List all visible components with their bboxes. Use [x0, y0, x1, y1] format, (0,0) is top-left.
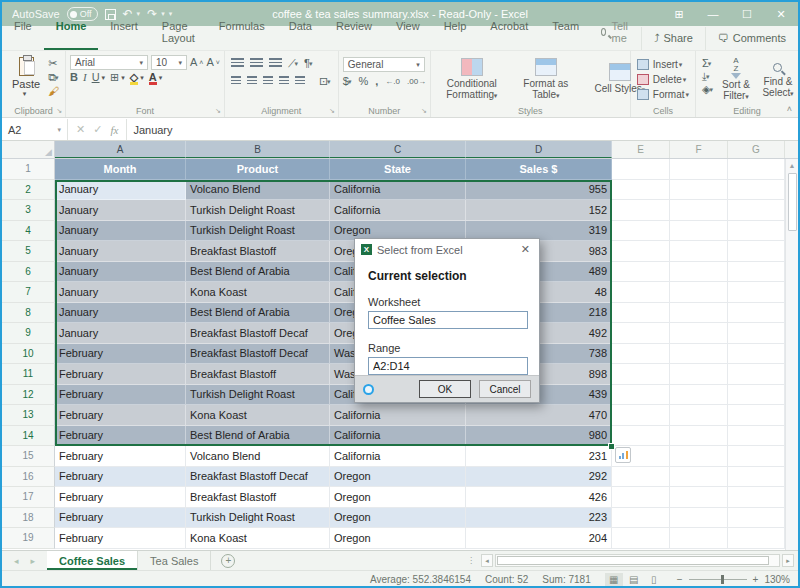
cell-D2[interactable]: 955: [466, 180, 612, 201]
cell-D17[interactable]: 426: [466, 487, 612, 508]
tell-me-box[interactable]: Tell me: [591, 15, 641, 50]
fill-color-icon[interactable]: ◇: [130, 72, 138, 83]
format-painter-icon[interactable]: 🖌: [48, 86, 59, 97]
row-header-10[interactable]: 10: [2, 344, 55, 365]
cell-E13[interactable]: [612, 405, 670, 426]
select-all-corner[interactable]: ◢: [2, 141, 55, 158]
cell-C15[interactable]: California: [330, 446, 466, 467]
align-bottom-icon[interactable]: [269, 58, 282, 67]
formula-content[interactable]: January: [127, 119, 798, 140]
cell-A13[interactable]: February: [55, 405, 186, 426]
row-header-4[interactable]: 4: [2, 221, 55, 242]
horizontal-scroll-thumb[interactable]: [497, 556, 769, 565]
page-layout-view-icon[interactable]: ▤: [625, 573, 643, 587]
cell-F16[interactable]: [670, 467, 728, 488]
cell-D3[interactable]: 152: [466, 200, 612, 221]
cell-C19[interactable]: Oregon: [330, 528, 466, 549]
cell-A16[interactable]: February: [55, 467, 186, 488]
merge-center-icon[interactable]: ⊡▾: [319, 76, 331, 87]
ribbon-tab-review[interactable]: Review: [324, 15, 384, 50]
row-header-16[interactable]: 16: [2, 467, 55, 488]
zoom-slider[interactable]: [689, 579, 747, 580]
align-right-icon[interactable]: [263, 76, 273, 85]
cell-E2[interactable]: [612, 180, 670, 201]
comma-style-icon[interactable]: ,: [375, 76, 378, 87]
cell-D18[interactable]: 223: [466, 508, 612, 529]
row-header-18[interactable]: 18: [2, 508, 55, 529]
cell-A17[interactable]: February: [55, 487, 186, 508]
hscroll-left-icon[interactable]: ◂: [481, 554, 493, 567]
ribbon-tab-insert[interactable]: Insert: [98, 15, 150, 50]
sheet-tab-coffee-sales[interactable]: Coffee Sales: [47, 551, 138, 570]
cell-E16[interactable]: [612, 467, 670, 488]
grow-font-icon[interactable]: A˄: [190, 55, 203, 70]
cell-F14[interactable]: [670, 426, 728, 447]
tab-splitter-icon[interactable]: ⋮: [467, 556, 475, 565]
alignment-dialog-launcher-icon[interactable]: ↘: [329, 107, 335, 115]
number-dialog-launcher-icon[interactable]: ↘: [421, 107, 427, 115]
row-header-14[interactable]: 14: [2, 426, 55, 447]
increase-decimal-icon[interactable]: ←.0: [385, 78, 400, 86]
column-header-f[interactable]: F: [670, 141, 728, 158]
cell-A9[interactable]: January: [55, 323, 186, 344]
autosum-icon[interactable]: Σ▾: [702, 58, 713, 69]
cell-A19[interactable]: February: [55, 528, 186, 549]
cell-B5[interactable]: Breakfast Blastoff: [186, 241, 330, 262]
cell-B7[interactable]: Kona Koast: [186, 282, 330, 303]
ribbon-tab-team[interactable]: Team: [540, 15, 591, 50]
delete-cells-button[interactable]: Delete▾: [637, 74, 689, 85]
ribbon-display-options-icon[interactable]: ⊞: [662, 2, 696, 26]
borders-icon[interactable]: ⊞: [110, 72, 119, 83]
orientation-icon[interactable]: ⟋▾: [288, 58, 298, 69]
cell-F19[interactable]: [670, 528, 728, 549]
ribbon-tab-view[interactable]: View: [384, 15, 432, 50]
wrap-text-icon[interactable]: ¶▾: [304, 58, 312, 69]
format-cells-button[interactable]: Format▾: [637, 89, 689, 100]
cell-D15[interactable]: 231: [466, 446, 612, 467]
ribbon-tab-file[interactable]: File: [2, 15, 44, 50]
italic-button[interactable]: I: [83, 72, 87, 83]
font-color-icon[interactable]: A: [149, 72, 157, 83]
cell-A5[interactable]: January: [55, 241, 186, 262]
cell-A18[interactable]: February: [55, 508, 186, 529]
zoom-level[interactable]: 130%: [764, 574, 790, 585]
fill-icon[interactable]: ⤓▾: [702, 71, 713, 82]
clear-icon[interactable]: ◈▾: [702, 84, 713, 95]
minimize-button[interactable]: —: [696, 2, 730, 26]
sort-filter-button[interactable]: AZ Sort & Filter ▾: [715, 55, 757, 103]
cell-A4[interactable]: January: [55, 221, 186, 242]
cell-G10[interactable]: [728, 344, 785, 365]
cell-A2[interactable]: January: [55, 180, 186, 201]
decrease-decimal-icon[interactable]: .00→: [407, 78, 426, 86]
cell-A6[interactable]: January: [55, 262, 186, 283]
increase-indent-icon[interactable]: [295, 76, 305, 85]
cell-F6[interactable]: [670, 262, 728, 283]
cell-F7[interactable]: [670, 282, 728, 303]
enter-entry-icon[interactable]: ✓: [93, 123, 102, 136]
new-sheet-button[interactable]: +: [221, 554, 235, 568]
dialog-close-icon[interactable]: ✕: [518, 243, 533, 256]
cell-E18[interactable]: [612, 508, 670, 529]
cell-A14[interactable]: February: [55, 426, 186, 447]
cell-E4[interactable]: [612, 221, 670, 242]
cell-G4[interactable]: [728, 221, 785, 242]
ribbon-tab-help[interactable]: Help: [432, 15, 479, 50]
cell-E14[interactable]: [612, 426, 670, 447]
vertical-scroll-thumb[interactable]: [788, 173, 797, 231]
cell-D14[interactable]: 980: [466, 426, 612, 447]
cell-G1[interactable]: [728, 159, 785, 180]
cell-E17[interactable]: [612, 487, 670, 508]
cancel-entry-icon[interactable]: ✕: [76, 123, 85, 136]
align-top-icon[interactable]: [231, 58, 244, 67]
cell-F1[interactable]: [670, 159, 728, 180]
insert-function-icon[interactable]: fx: [110, 124, 118, 136]
cell-C14[interactable]: California: [330, 426, 466, 447]
cell-E6[interactable]: [612, 262, 670, 283]
cell-G16[interactable]: [728, 467, 785, 488]
row-header-9[interactable]: 9: [2, 323, 55, 344]
cell-A15[interactable]: February: [55, 446, 186, 467]
cell-B6[interactable]: Best Blend of Arabia: [186, 262, 330, 283]
row-header-1[interactable]: 1: [2, 159, 55, 180]
row-header-19[interactable]: 19: [2, 528, 55, 549]
cell-E8[interactable]: [612, 303, 670, 324]
